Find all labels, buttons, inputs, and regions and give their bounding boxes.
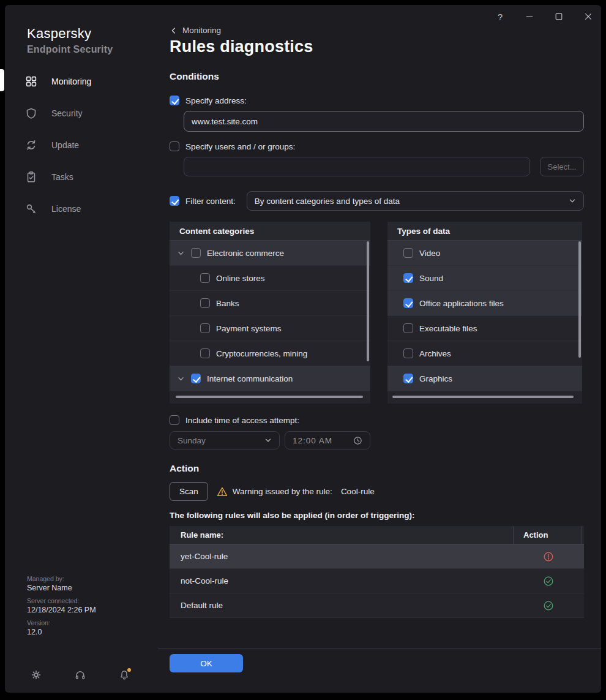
list-item[interactable]: Office applications files bbox=[387, 291, 582, 316]
scan-button[interactable]: Scan bbox=[170, 482, 208, 501]
gear-icon[interactable] bbox=[31, 669, 42, 680]
checkbox[interactable] bbox=[200, 298, 210, 308]
filter-content-dropdown[interactable]: By content categories and types of data bbox=[247, 191, 584, 211]
ok-button[interactable]: OK bbox=[170, 654, 243, 672]
sidebar-item-update[interactable]: Update bbox=[5, 129, 158, 161]
chevron-down-icon[interactable] bbox=[177, 375, 185, 383]
specify-users-row: Specify users and / or groups: bbox=[170, 141, 584, 151]
chevron-left-icon bbox=[170, 26, 178, 35]
table-row[interactable]: yet-Cool-rule bbox=[170, 544, 584, 569]
vertical-scrollbar[interactable] bbox=[578, 241, 581, 358]
list-item[interactable]: Cryptocurrencies, mining bbox=[170, 341, 370, 366]
checkbox[interactable] bbox=[403, 348, 413, 358]
list-item-label: Payment systems bbox=[216, 324, 282, 333]
list-item-label: Archives bbox=[419, 349, 451, 358]
error-circle-icon bbox=[543, 551, 554, 562]
filter-content-label[interactable]: Filter content: bbox=[185, 197, 236, 206]
users-input[interactable] bbox=[184, 157, 530, 176]
list-item[interactable]: Video bbox=[387, 241, 582, 266]
list-item-label: Banks bbox=[216, 299, 239, 308]
list-item-label: Executable files bbox=[419, 324, 477, 333]
users-input-row: Select... bbox=[184, 157, 584, 176]
checkbox[interactable] bbox=[200, 273, 210, 283]
version-label: Version: bbox=[27, 619, 96, 627]
checkbox[interactable] bbox=[403, 298, 413, 308]
specify-address-checkbox[interactable] bbox=[170, 96, 179, 105]
list-item[interactable]: Banks bbox=[170, 291, 370, 316]
specify-address-label[interactable]: Specify address: bbox=[185, 96, 247, 105]
list-item-label: Cryptocurrencies, mining bbox=[216, 349, 307, 358]
list-item[interactable]: Executable files bbox=[387, 316, 582, 341]
time-input[interactable]: 12:00 AM bbox=[285, 431, 370, 450]
headphones-icon[interactable] bbox=[75, 669, 86, 680]
checkbox[interactable] bbox=[191, 374, 201, 383]
sidebar-item-monitoring[interactable]: Monitoring bbox=[5, 66, 158, 97]
horizontal-scrollbar[interactable] bbox=[392, 396, 574, 398]
checkbox[interactable] bbox=[403, 374, 413, 383]
sidebar-item-tasks[interactable]: Tasks bbox=[5, 161, 158, 193]
table-row[interactable]: Default rule bbox=[170, 593, 584, 618]
types-of-data-panel: Types of data Video Sound Office applica… bbox=[387, 222, 582, 404]
column-header-action[interactable]: Action bbox=[513, 526, 582, 544]
app-window: ? Kaspersky Endpoint Security Monitoring bbox=[5, 5, 601, 693]
filter-content-selected: By content categories and types of data bbox=[255, 197, 400, 206]
refresh-icon bbox=[25, 139, 37, 151]
list-item[interactable]: Online stores bbox=[170, 266, 370, 291]
checkbox[interactable] bbox=[403, 323, 413, 333]
list-item[interactable]: Archives bbox=[387, 341, 582, 366]
list-item[interactable]: Payment systems bbox=[170, 316, 370, 341]
checkbox[interactable] bbox=[200, 323, 210, 333]
chevron-down-icon[interactable] bbox=[177, 249, 185, 257]
time-controls: Sunday 12:00 AM bbox=[170, 431, 584, 450]
checkbox[interactable] bbox=[191, 248, 201, 258]
filter-content-checkbox[interactable] bbox=[170, 196, 179, 206]
sidebar-item-license[interactable]: License bbox=[5, 193, 158, 225]
specify-users-checkbox[interactable] bbox=[170, 141, 179, 151]
active-nav-indicator bbox=[0, 69, 4, 91]
day-dropdown[interactable]: Sunday bbox=[170, 431, 280, 450]
table-row[interactable]: not-Cool-rule bbox=[170, 569, 584, 593]
warning-rule-name: Cool-rule bbox=[341, 487, 375, 496]
close-button[interactable] bbox=[583, 12, 593, 22]
checkbox[interactable] bbox=[403, 248, 413, 258]
warning-label: Warning issued by the rule: bbox=[233, 487, 332, 496]
rule-name: not-Cool-rule bbox=[170, 576, 513, 585]
close-icon bbox=[584, 12, 593, 23]
include-time-row: Include time of access attempt: bbox=[170, 415, 584, 425]
horizontal-scrollbar[interactable] bbox=[176, 396, 363, 398]
list-item-label: Office applications files bbox=[419, 299, 504, 308]
list-item[interactable]: Internet communication bbox=[170, 366, 370, 391]
managed-by-label: Managed by: bbox=[27, 575, 96, 582]
sidebar-item-label: License bbox=[51, 204, 81, 214]
chevron-down-icon bbox=[264, 437, 272, 444]
breadcrumb[interactable]: Monitoring bbox=[170, 26, 221, 35]
vertical-scrollbar[interactable] bbox=[367, 241, 369, 361]
notification-dot bbox=[127, 668, 131, 672]
list-item[interactable]: Electronic commerce bbox=[170, 241, 370, 266]
column-header-rule-name[interactable]: Rule name: bbox=[170, 526, 513, 544]
sidebar-item-label: Monitoring bbox=[51, 77, 91, 86]
server-connected-label: Server connected: bbox=[27, 597, 96, 604]
include-time-checkbox[interactable] bbox=[170, 415, 179, 425]
include-time-label[interactable]: Include time of access attempt: bbox=[185, 416, 299, 425]
sidebar-item-security[interactable]: Security bbox=[5, 97, 158, 129]
checkbox[interactable] bbox=[200, 348, 210, 358]
rules-table: Rule name: Action yet-Cool-rule not-Cool… bbox=[170, 526, 584, 618]
warning-icon bbox=[217, 486, 228, 497]
table-header: Rule name: Action bbox=[170, 526, 584, 544]
address-input[interactable] bbox=[184, 111, 584, 132]
list-item[interactable]: Sound bbox=[387, 266, 582, 291]
sidebar-item-label: Security bbox=[51, 108, 83, 118]
maximize-button[interactable] bbox=[554, 12, 564, 22]
filter-content-row: Filter content: By content categories an… bbox=[170, 191, 584, 211]
minimize-button[interactable] bbox=[525, 12, 534, 22]
specify-users-label[interactable]: Specify users and / or groups: bbox=[185, 142, 295, 151]
help-button[interactable]: ? bbox=[495, 12, 505, 22]
checkbox[interactable] bbox=[403, 273, 413, 283]
page-title: Rules diagnostics bbox=[170, 37, 584, 56]
bell-icon[interactable] bbox=[119, 669, 130, 680]
check-circle-icon bbox=[543, 600, 554, 611]
list-item[interactable]: Graphics bbox=[387, 366, 582, 391]
select-users-button[interactable]: Select... bbox=[540, 157, 584, 176]
types-of-data-title: Types of data bbox=[387, 222, 582, 241]
